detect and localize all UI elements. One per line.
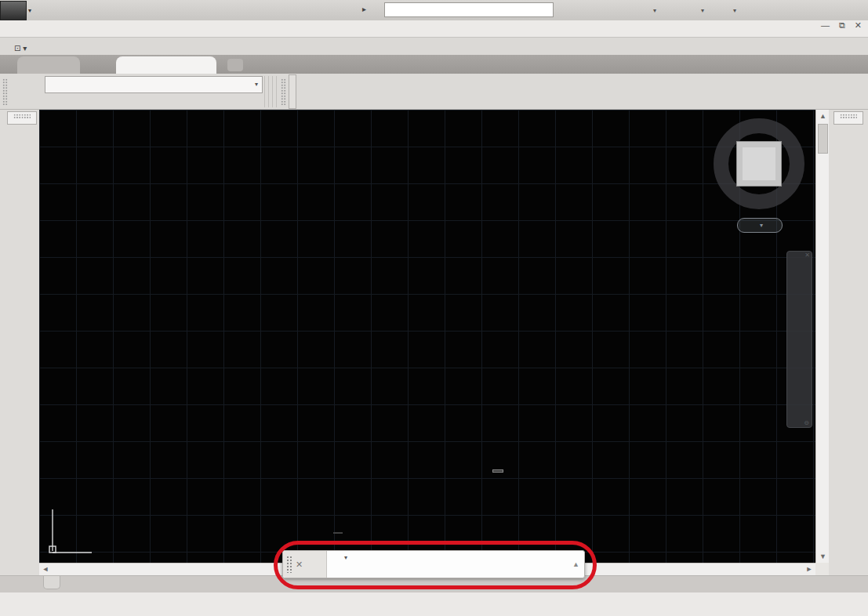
search-icon[interactable] xyxy=(560,2,576,18)
layer-dropdown[interactable]: ▾ xyxy=(45,76,263,93)
ribbon-minimize-button[interactable]: ⊡ ▾ xyxy=(14,44,27,55)
ucs-icon xyxy=(39,494,125,563)
share-caret-icon[interactable]: ▾ xyxy=(701,7,704,14)
command-window-controls: ✕ xyxy=(283,551,327,578)
title-bar: ▾ ▸ ▾ ▾ ▾ xyxy=(0,0,868,20)
vertical-scroll-thumb[interactable] xyxy=(818,124,828,154)
scroll-down-icon[interactable]: ▼ xyxy=(816,550,830,563)
new-file-tab-button[interactable] xyxy=(227,59,243,71)
app-logo[interactable] xyxy=(0,1,27,20)
file-tab-start[interactable] xyxy=(17,56,80,74)
command-window[interactable]: ✕ ▾ ▲ xyxy=(282,550,585,578)
scrollbar-corner xyxy=(815,563,829,575)
standards-panel xyxy=(289,74,296,109)
left-toolbar-strip xyxy=(0,110,39,575)
user-icon[interactable] xyxy=(577,2,593,18)
command-input-area[interactable]: ▾ ▲ xyxy=(327,551,584,578)
layer-on-icon[interactable] xyxy=(48,78,61,92)
command-grip[interactable] xyxy=(286,556,292,573)
title-expand-icon[interactable]: ▸ xyxy=(362,5,366,13)
new-layout-button[interactable] xyxy=(43,576,60,589)
status-bar xyxy=(0,592,868,616)
ribbon-toolbar: ▾ xyxy=(0,74,868,110)
draw-toolbar xyxy=(7,111,37,125)
layer-unlock-icon[interactable] xyxy=(95,78,108,92)
layer-vp-freeze-icon[interactable] xyxy=(79,78,93,92)
command-close-button[interactable]: ✕ xyxy=(296,560,303,570)
a360-share-icon[interactable] xyxy=(684,2,699,18)
window-controls xyxy=(799,0,863,20)
viewcube-top-face[interactable] xyxy=(736,141,782,187)
file-tab-drawing1[interactable] xyxy=(116,56,216,74)
layer-color-swatch[interactable] xyxy=(111,78,124,92)
command-customize-button[interactable] xyxy=(306,558,319,571)
layer-thaw-icon[interactable] xyxy=(64,78,77,92)
help-icon[interactable] xyxy=(715,2,731,18)
help-caret-icon[interactable]: ▾ xyxy=(733,7,736,14)
panel-grip[interactable] xyxy=(2,78,8,105)
ribbon-tab-bar: ⊡ ▾ xyxy=(0,38,868,55)
drawing-canvas[interactable]: ▾ ✕ ⊖ xyxy=(39,110,815,563)
command-history-line xyxy=(333,532,343,534)
cursor-tooltip xyxy=(492,469,503,473)
navbar-customize-icon[interactable]: ⊖ xyxy=(804,419,809,426)
wcs-dropdown[interactable]: ▾ xyxy=(737,218,783,233)
scroll-right-icon[interactable]: ► xyxy=(803,563,815,575)
scroll-up-icon[interactable]: ▲ xyxy=(816,110,830,122)
menu-bar: — ⧉ ✕ xyxy=(0,20,868,38)
doc-minimize-button[interactable]: — xyxy=(821,20,830,31)
vertical-scrollbar[interactable]: ▲ ▼ xyxy=(815,110,829,563)
logo-caret-icon[interactable]: ▾ xyxy=(28,7,31,14)
navbar-close-icon[interactable]: ✕ xyxy=(804,252,810,259)
window-title xyxy=(276,0,401,20)
search-input[interactable] xyxy=(384,2,554,17)
wcs-caret-icon: ▾ xyxy=(760,223,763,229)
navigation-bar: ✕ ⊖ xyxy=(786,251,812,428)
workspace: ▾ ✕ ⊖ ▲ ▼ ◄ ► xyxy=(0,110,868,575)
modify-toolbar xyxy=(833,111,863,125)
file-tab-bar xyxy=(0,55,868,74)
toolbar-grip[interactable] xyxy=(840,114,857,119)
command-prompt xyxy=(330,564,581,578)
viewcube[interactable] xyxy=(714,118,804,209)
panel-grip[interactable] xyxy=(281,78,286,105)
command-expand-icon[interactable]: ▲ xyxy=(572,560,579,568)
right-toolbar-strip xyxy=(829,110,868,575)
layer-properties-button[interactable] xyxy=(10,74,45,109)
layer-dropdown-caret-icon[interactable]: ▾ xyxy=(255,82,258,88)
doc-restore-button[interactable]: ⧉ xyxy=(839,20,845,31)
signin-caret-icon[interactable]: ▾ xyxy=(653,7,656,14)
store-cart-icon[interactable] xyxy=(664,2,680,18)
document-window-controls: — ⧉ ✕ xyxy=(821,20,862,31)
canvas-overlay xyxy=(39,110,815,563)
scroll-left-icon[interactable]: ◄ xyxy=(39,563,52,575)
command-options-caret-icon[interactable]: ▾ xyxy=(344,555,347,561)
dimangular-icon xyxy=(330,553,342,564)
toolbar-grip[interactable] xyxy=(13,114,31,119)
doc-close-button[interactable]: ✕ xyxy=(855,20,862,31)
